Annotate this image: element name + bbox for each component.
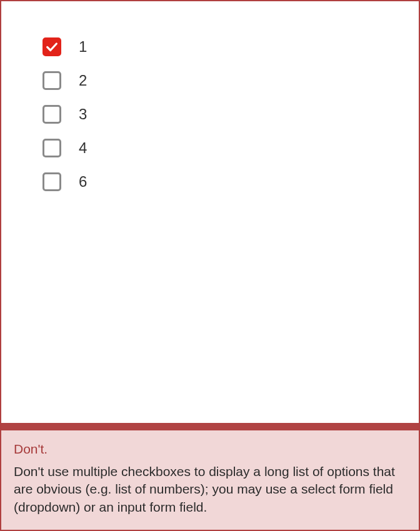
checkbox-label: 3 [79, 106, 87, 123]
checkbox-option-4[interactable] [42, 139, 61, 157]
caution-caption: Don't. Don't use multiple checkboxes to … [1, 430, 419, 530]
caution-bar [1, 423, 419, 430]
checkbox-row: 2 [42, 71, 378, 90]
check-icon [45, 40, 59, 54]
caution-title: Don't. [14, 442, 406, 457]
checkbox-option-1[interactable] [42, 37, 61, 56]
caution-text: Don't use multiple checkboxes to display… [14, 463, 406, 516]
checkbox-row: 1 [42, 37, 378, 56]
checkbox-option-3[interactable] [42, 105, 61, 124]
checkbox-row: 4 [42, 139, 378, 157]
checkbox-label: 4 [79, 139, 87, 157]
checkbox-option-2[interactable] [42, 71, 61, 90]
checkbox-label: 2 [79, 72, 87, 89]
checkbox-row: 6 [42, 172, 378, 191]
checkbox-row: 3 [42, 105, 378, 124]
checkbox-option-6[interactable] [42, 172, 61, 191]
example-area: 1 2 3 4 6 [1, 1, 419, 423]
checkbox-label: 6 [79, 173, 87, 191]
guideline-card: 1 2 3 4 6 Don't. [0, 0, 420, 531]
checkbox-label: 1 [79, 38, 87, 56]
